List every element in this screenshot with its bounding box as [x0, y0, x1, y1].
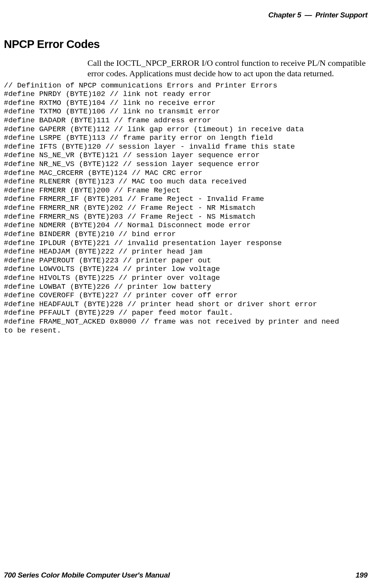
chapter-label: Chapter 5	[268, 11, 301, 19]
footer-manual-title: 700 Series Color Mobile Computer User's …	[4, 571, 170, 579]
document-page: Chapter 5 — Printer Support NPCP Error C…	[0, 0, 376, 588]
header-dash: —	[303, 11, 313, 19]
chapter-title: Printer Support	[315, 11, 367, 19]
section-paragraph: Call the IOCTL_NPCP_ERROR I/O control fu…	[87, 58, 369, 79]
section-heading: NPCP Error Codes	[4, 38, 372, 51]
code-listing: // Definition of NPCP communications Err…	[4, 81, 372, 335]
footer-page-number: 199	[355, 571, 367, 579]
page-footer: 700 Series Color Mobile Computer User's …	[4, 571, 367, 579]
page-header: Chapter 5 — Printer Support	[4, 11, 372, 19]
